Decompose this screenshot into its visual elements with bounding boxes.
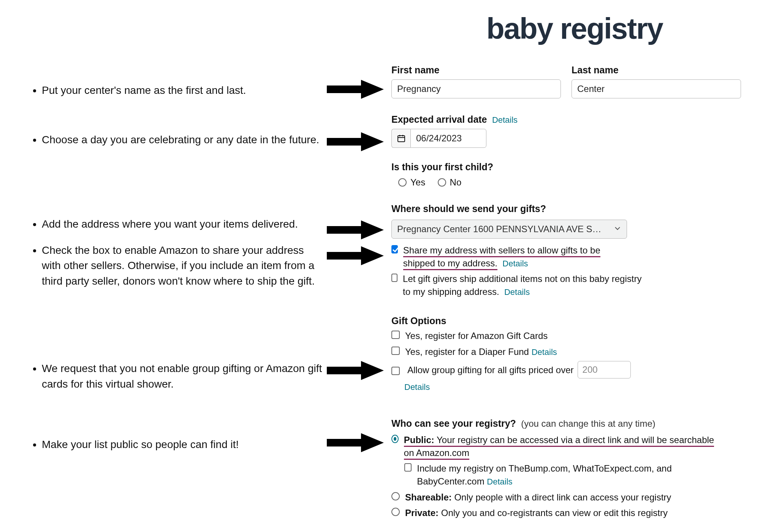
visibility-private-text: Private: Only you and co-registrants can… — [405, 507, 668, 519]
arrow-icon — [327, 80, 384, 99]
arrow-icon — [327, 220, 384, 239]
last-name-label: Last name — [572, 65, 741, 76]
include-partner-sites-text: Include my registry on TheBump.com, What… — [417, 462, 716, 488]
svg-marker-7 — [327, 246, 384, 265]
chevron-down-icon — [614, 224, 621, 234]
arrow-icon — [327, 246, 384, 265]
visibility-hint: (you can change this at any time) — [521, 418, 656, 429]
arrow-icon — [327, 132, 384, 151]
visibility-public-text: Public: Your registry can be accessed vi… — [404, 434, 714, 459]
arrow-icon — [327, 433, 384, 452]
calendar-icon[interactable] — [391, 129, 410, 148]
first-child-no-option[interactable]: No — [438, 180, 462, 187]
gift-cards-checkbox[interactable] — [391, 331, 400, 339]
svg-marker-5 — [327, 132, 384, 151]
diaper-fund-details-link[interactable]: Details — [532, 347, 557, 357]
extra-ship-text: Let gift givers ship additional items no… — [403, 272, 650, 298]
instruction-public: Make your list public so people can find… — [42, 437, 323, 453]
instruction-no-group-gift: We request that you not enable group gif… — [42, 361, 323, 392]
last-name-input[interactable] — [572, 79, 741, 98]
group-gifting-details-link[interactable]: Details — [404, 382, 430, 392]
share-address-text: Share my address with sellers to allow g… — [403, 244, 635, 269]
instruction-date: Choose a day you are celebrating or any … — [42, 132, 323, 148]
expected-date-label: Expected arrival date — [391, 114, 487, 125]
visibility-public-radio[interactable] — [391, 435, 399, 443]
instruction-share-box: Check the box to enable Amazon to share … — [42, 243, 323, 289]
brand-title: baby registry — [486, 11, 663, 46]
visibility-label: Who can see your registry? — [391, 418, 516, 429]
svg-marker-0 — [327, 80, 384, 99]
first-name-label: First name — [391, 65, 561, 76]
diaper-fund-text: Yes, register for a Diaper Fund Details — [405, 345, 557, 358]
visibility-shareable-text: Shareable: Only people with a direct lin… — [405, 491, 671, 504]
extra-ship-details-link[interactable]: Details — [504, 287, 530, 297]
gifts-where-label: Where should we send your gifts? — [391, 203, 741, 214]
gift-cards-text: Yes, register for Amazon Gift Cards — [405, 329, 548, 342]
group-gifting-text: Allow group gifting for all gifts priced… — [407, 364, 574, 377]
svg-rect-1 — [398, 136, 405, 142]
gift-options-label: Gift Options — [391, 315, 741, 326]
svg-marker-6 — [327, 220, 384, 239]
group-gifting-checkbox[interactable] — [391, 367, 400, 375]
svg-marker-8 — [327, 361, 384, 380]
first-child-no-radio[interactable] — [438, 178, 446, 187]
first-child-yes-option[interactable]: Yes — [398, 180, 425, 187]
shipping-address-selected-value: Pregnancy Center 1600 PENNSYLVANIA AVE S… — [397, 224, 602, 234]
visibility-shareable-radio[interactable] — [391, 492, 400, 500]
svg-marker-9 — [327, 433, 384, 452]
first-child-label: Is this your first child? — [391, 162, 741, 173]
include-partner-sites-details-link[interactable]: Details — [487, 477, 512, 486]
instruction-name: Put your center's name as the first and … — [42, 83, 323, 98]
group-gifting-price-input[interactable] — [578, 361, 631, 378]
instruction-address: Add the address where you want your item… — [42, 217, 323, 232]
shipping-address-select[interactable]: Pregnancy Center 1600 PENNSYLVANIA AVE S… — [391, 220, 627, 239]
arrow-icon — [327, 361, 384, 380]
share-address-checkbox[interactable] — [391, 245, 398, 253]
expected-date-input[interactable] — [410, 129, 486, 148]
first-name-input[interactable] — [391, 79, 561, 98]
first-child-yes-radio[interactable] — [398, 178, 407, 187]
yes-label: Yes — [410, 177, 425, 187]
extra-ship-checkbox[interactable] — [391, 274, 397, 282]
include-partner-sites-checkbox[interactable] — [404, 463, 412, 472]
expected-date-details-link[interactable]: Details — [492, 115, 518, 125]
no-label: No — [450, 177, 462, 187]
share-address-details-link[interactable]: Details — [502, 259, 528, 268]
visibility-private-radio[interactable] — [391, 508, 400, 516]
diaper-fund-checkbox[interactable] — [391, 347, 400, 355]
